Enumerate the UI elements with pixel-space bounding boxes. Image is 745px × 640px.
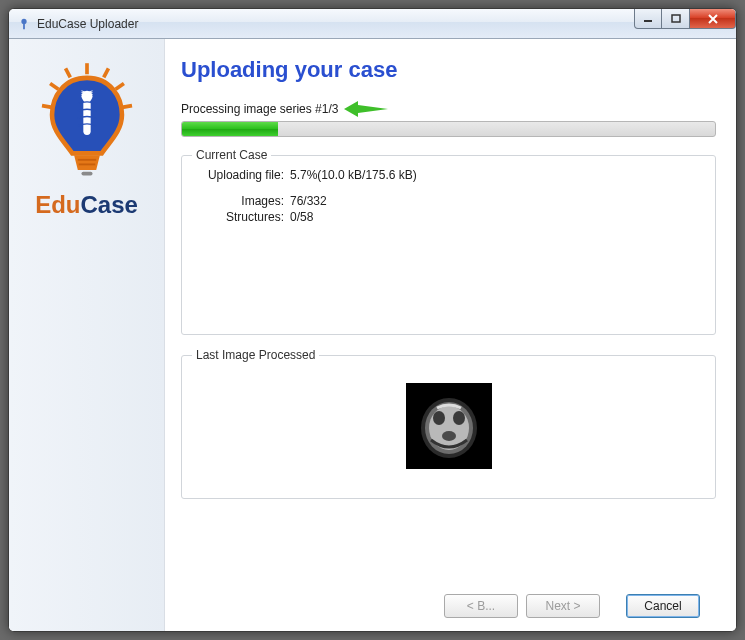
window-controls	[634, 9, 736, 29]
annotation-arrow-icon	[344, 101, 388, 117]
cancel-button[interactable]: Cancel	[626, 594, 700, 618]
svg-rect-5	[63, 67, 71, 78]
svg-rect-6	[102, 67, 110, 78]
structures-label: Structures:	[194, 210, 290, 224]
svg-point-21	[453, 411, 465, 425]
progress-fill	[182, 122, 278, 136]
progress-bar	[181, 121, 716, 137]
wizard-footer: < B... Next > Cancel	[181, 581, 716, 631]
svg-point-20	[433, 411, 445, 425]
svg-rect-15	[81, 172, 92, 176]
main-panel: Uploading your case Processing image ser…	[165, 39, 736, 631]
svg-rect-1	[23, 24, 25, 29]
maximize-button[interactable]	[662, 9, 690, 29]
last-image-container	[194, 366, 703, 486]
window-title: EduCase Uploader	[37, 17, 138, 31]
last-image-title: Last Image Processed	[192, 348, 319, 362]
minimize-icon	[643, 14, 653, 24]
status-text: Processing image series #1/3	[181, 102, 338, 116]
uploading-file-label: Uploading file:	[194, 168, 290, 182]
svg-point-0	[21, 18, 26, 23]
sidebar: EduCase	[9, 39, 165, 631]
app-window: EduCase Uploader	[8, 8, 737, 632]
maximize-icon	[671, 14, 681, 24]
svg-rect-13	[77, 159, 95, 161]
close-icon	[707, 13, 719, 25]
structures-value: 0/58	[290, 210, 313, 224]
svg-rect-2	[644, 20, 652, 22]
images-value: 76/332	[290, 194, 327, 208]
logo: EduCase	[32, 63, 142, 219]
back-button[interactable]: < B...	[444, 594, 518, 618]
status-row: Processing image series #1/3	[181, 101, 716, 117]
scan-thumbnail	[406, 383, 492, 469]
close-button[interactable]	[690, 9, 736, 29]
current-case-group: Current Case Uploading file: 5.7%(10.0 k…	[181, 155, 716, 335]
logo-text: EduCase	[35, 191, 138, 219]
images-label: Images:	[194, 194, 290, 208]
svg-rect-3	[672, 15, 680, 22]
svg-rect-12	[83, 100, 90, 135]
last-image-group: Last Image Processed	[181, 355, 716, 499]
svg-rect-14	[78, 163, 95, 165]
uploading-file-value: 5.7%(10.0 kB/175.6 kB)	[290, 168, 417, 182]
app-icon	[17, 17, 31, 31]
current-case-title: Current Case	[192, 148, 271, 162]
client-area: EduCase Uploading your case Processing i…	[9, 39, 736, 631]
next-button[interactable]: Next >	[526, 594, 600, 618]
page-title: Uploading your case	[181, 57, 716, 83]
svg-point-22	[442, 431, 456, 441]
svg-rect-4	[85, 63, 89, 74]
minimize-button[interactable]	[634, 9, 662, 29]
titlebar: EduCase Uploader	[9, 9, 736, 39]
educase-logo-icon	[41, 63, 133, 183]
